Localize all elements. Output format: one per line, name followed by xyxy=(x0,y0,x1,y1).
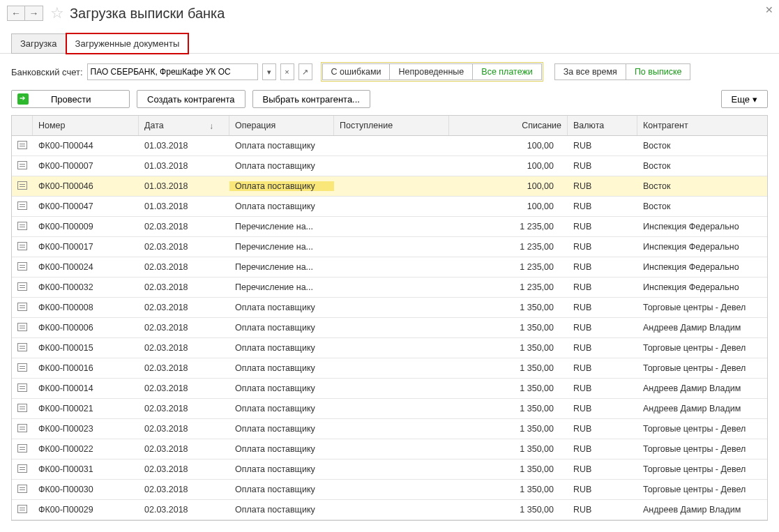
column-income[interactable]: Поступление xyxy=(334,116,449,135)
table-row[interactable]: ФК00-П0004601.03.2018Оплата поставщику10… xyxy=(12,176,767,197)
post-button[interactable]: Провести xyxy=(11,90,130,108)
column-date-label: Дата xyxy=(144,121,164,130)
filter-unposted-button[interactable]: Непроведенные xyxy=(390,63,473,80)
row-currency: RUB xyxy=(568,485,637,494)
row-date: 02.03.2018 xyxy=(139,222,229,231)
column-date[interactable]: Дата ↓ xyxy=(139,116,229,135)
row-number: ФК00-П00029 xyxy=(33,505,139,515)
table-row[interactable]: ФК00-П0003102.03.2018Оплата поставщику1 … xyxy=(12,459,767,480)
table-row[interactable]: ФК00-П0003002.03.2018Оплата поставщику1 … xyxy=(12,480,767,500)
row-doc-icon xyxy=(12,505,33,515)
table-row[interactable]: ФК00-П0001702.03.2018Перечисление на...1… xyxy=(12,237,767,257)
table-row[interactable]: ФК00-П0000902.03.2018Перечисление на...1… xyxy=(12,217,767,237)
row-number: ФК00-П00031 xyxy=(33,464,139,474)
row-number: ФК00-П00016 xyxy=(33,363,139,373)
table-row[interactable]: ФК00-П0002402.03.2018Перечисление на...1… xyxy=(12,257,767,278)
nav-back-button[interactable]: ← xyxy=(7,6,25,21)
row-operation: Оплата поставщику xyxy=(229,141,334,151)
table-row[interactable]: ФК00-П0000701.03.2018Оплата поставщику10… xyxy=(12,156,767,176)
row-date: 02.03.2018 xyxy=(139,383,229,393)
row-currency: RUB xyxy=(568,141,637,151)
row-number: ФК00-П00008 xyxy=(33,303,139,312)
row-date: 02.03.2018 xyxy=(139,363,229,373)
row-operation: Оплата поставщику xyxy=(229,343,334,353)
row-currency: RUB xyxy=(568,161,637,171)
row-number: ФК00-П00022 xyxy=(33,444,139,454)
row-number: ФК00-П00014 xyxy=(33,383,139,393)
row-number: ФК00-П00024 xyxy=(33,262,139,272)
row-operation: Оплата поставщику xyxy=(229,181,334,191)
create-counterparty-button[interactable]: Создать контрагента xyxy=(137,90,245,108)
more-button[interactable]: Еще ▾ xyxy=(721,90,768,108)
row-counterparty: Торговые центры - Девел xyxy=(637,464,767,474)
account-dropdown-button[interactable]: ▾ xyxy=(262,63,276,80)
account-clear-button[interactable]: × xyxy=(280,63,294,80)
table-row[interactable]: ФК00-П0002902.03.2018Оплата поставщику1 … xyxy=(12,500,767,520)
column-outcome[interactable]: Списание xyxy=(449,116,568,135)
row-number: ФК00-П00021 xyxy=(33,404,139,413)
row-counterparty: Торговые центры - Девел xyxy=(637,363,767,373)
row-date: 02.03.2018 xyxy=(139,303,229,312)
column-number[interactable]: Номер xyxy=(33,116,139,135)
table-row[interactable]: ФК00-П0000802.03.2018Оплата поставщику1 … xyxy=(12,298,767,318)
row-outcome: 1 350,00 xyxy=(449,485,568,494)
row-operation: Перечисление на... xyxy=(229,242,334,252)
table-row[interactable]: ФК00-П0002302.03.2018Оплата поставщику1 … xyxy=(12,419,767,439)
period-statement-button[interactable]: По выписке xyxy=(626,63,691,80)
row-date: 02.03.2018 xyxy=(139,242,229,252)
row-number: ФК00-П00015 xyxy=(33,343,139,353)
row-doc-icon xyxy=(12,485,33,495)
table-row[interactable]: ФК00-П0001502.03.2018Оплата поставщику1 … xyxy=(12,338,767,358)
table-row[interactable]: ФК00-П0004701.03.2018Оплата поставщику10… xyxy=(12,197,767,217)
row-operation: Оплата поставщику xyxy=(229,363,334,373)
row-currency: RUB xyxy=(568,323,637,333)
row-doc-icon xyxy=(12,141,33,151)
table-row[interactable]: ФК00-П0001602.03.2018Оплата поставщику1 … xyxy=(12,358,767,379)
row-date: 02.03.2018 xyxy=(139,404,229,413)
account-input[interactable] xyxy=(87,63,258,80)
row-currency: RUB xyxy=(568,282,637,292)
row-currency: RUB xyxy=(568,202,637,211)
table-row[interactable]: ФК00-П0002202.03.2018Оплата поставщику1 … xyxy=(12,439,767,459)
row-counterparty: Торговые центры - Девел xyxy=(637,485,767,494)
column-icon[interactable] xyxy=(12,116,33,135)
close-button[interactable]: ✕ xyxy=(765,4,773,15)
more-button-label: Еще xyxy=(732,94,750,105)
row-number: ФК00-П00047 xyxy=(33,202,139,211)
row-doc-icon xyxy=(12,242,33,252)
column-currency[interactable]: Валюта xyxy=(568,116,637,135)
table-row[interactable]: ФК00-П0003202.03.2018Перечисление на...1… xyxy=(12,278,767,298)
row-counterparty: Торговые центры - Девел xyxy=(637,343,767,353)
select-counterparty-button[interactable]: Выбрать контрагента... xyxy=(252,90,370,108)
table-row[interactable]: ФК00-П0000602.03.2018Оплата поставщику1 … xyxy=(12,318,767,338)
row-counterparty: Инспекция Федерально xyxy=(637,242,767,252)
post-button-label: Провести xyxy=(51,94,91,105)
row-outcome: 100,00 xyxy=(449,161,568,171)
row-currency: RUB xyxy=(568,303,637,312)
period-all-button[interactable]: За все время xyxy=(554,63,626,80)
row-doc-icon xyxy=(12,222,33,232)
favorite-star-icon[interactable]: ☆ xyxy=(50,4,64,22)
row-operation: Оплата поставщику xyxy=(229,323,334,333)
column-counterparty[interactable]: Контрагент xyxy=(637,116,767,135)
table-row[interactable]: ФК00-П0001402.03.2018Оплата поставщику1 … xyxy=(12,379,767,399)
filter-all-payments-button[interactable]: Все платежи xyxy=(473,63,542,80)
row-number: ФК00-П00023 xyxy=(33,424,139,434)
tab-loaded-documents[interactable]: Загруженные документы xyxy=(66,33,189,54)
row-outcome: 1 235,00 xyxy=(449,242,568,252)
row-outcome: 1 350,00 xyxy=(449,303,568,312)
row-date: 01.03.2018 xyxy=(139,202,229,211)
row-operation: Оплата поставщику xyxy=(229,444,334,454)
row-outcome: 1 235,00 xyxy=(449,222,568,231)
row-counterparty: Восток xyxy=(637,161,767,171)
row-date: 02.03.2018 xyxy=(139,282,229,292)
tab-load[interactable]: Загрузка xyxy=(11,33,66,54)
column-operation[interactable]: Операция xyxy=(229,116,334,135)
row-outcome: 1 235,00 xyxy=(449,282,568,292)
account-open-button[interactable]: ↗ xyxy=(298,63,312,80)
row-counterparty: Инспекция Федерально xyxy=(637,282,767,292)
filter-errors-button[interactable]: С ошибками xyxy=(322,63,391,80)
table-row[interactable]: ФК00-П0002102.03.2018Оплата поставщику1 … xyxy=(12,399,767,419)
table-row[interactable]: ФК00-П0004401.03.2018Оплата поставщику10… xyxy=(12,136,767,156)
nav-forward-button[interactable]: → xyxy=(25,6,43,21)
